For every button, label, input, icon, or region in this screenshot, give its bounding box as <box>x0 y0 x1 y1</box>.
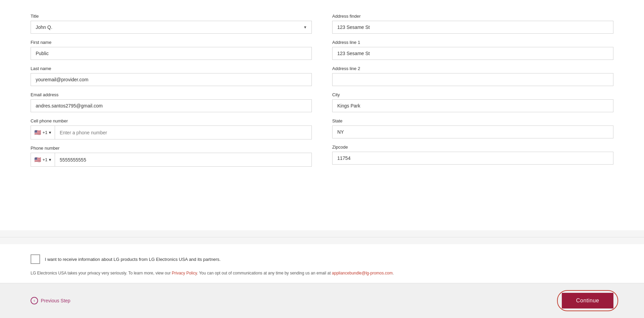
phone-country-code: +1 <box>42 157 48 162</box>
privacy-before: LG Electronics USA takes your privacy ve… <box>31 271 172 275</box>
address1-label: Address line 1 <box>332 40 613 45</box>
firstname-group: First name <box>31 40 312 60</box>
phone-dropdown-arrow: ▾ <box>49 157 51 162</box>
optout-email-link[interactable]: appliancebundle@lg-promos.com <box>332 271 393 275</box>
consent-row: I want to receive information about LG p… <box>31 254 613 264</box>
prev-step-button[interactable]: ‹ Previous Step <box>31 297 70 304</box>
cell-group: Cell phone number 🇺🇸 +1 ▾ <box>31 118 312 139</box>
privacy-after: . You can opt out of communications at a… <box>197 271 332 275</box>
cell-phone-wrapper: 🇺🇸 +1 ▾ <box>31 125 312 139</box>
cell-dropdown-arrow: ▾ <box>49 130 51 135</box>
address2-label: Address line 2 <box>332 66 613 71</box>
consent-label: I want to receive information about LG p… <box>45 257 220 262</box>
form-section: Title John Q.Mr.Mrs.Ms.Dr. First name La… <box>0 0 644 230</box>
footer-bar: ‹ Previous Step Continue <box>0 283 644 318</box>
cell-country-code: +1 <box>42 130 48 135</box>
privacy-text: LG Electronics USA takes your privacy ve… <box>31 270 613 276</box>
phone-flag-icon: 🇺🇸 <box>34 156 41 163</box>
address-finder-label: Address finder <box>332 14 613 19</box>
phone-group: Phone number 🇺🇸 +1 ▾ <box>31 146 312 167</box>
prev-step-label: Previous Step <box>41 298 70 303</box>
prev-step-icon: ‹ <box>31 297 38 304</box>
address2-group: Address line 2 <box>332 66 613 86</box>
cell-flag-icon: 🇺🇸 <box>34 129 41 136</box>
title-select-wrapper: John Q.Mr.Mrs.Ms.Dr. <box>31 21 312 34</box>
lastname-input[interactable] <box>31 73 312 86</box>
privacy-end: . <box>393 271 394 275</box>
zipcode-label: Zipcode <box>332 145 613 150</box>
zipcode-group: Zipcode <box>332 145 613 165</box>
address-finder-input[interactable] <box>332 21 613 34</box>
email-label: Email address <box>31 92 312 97</box>
title-select[interactable]: John Q.Mr.Mrs.Ms.Dr. <box>31 21 312 34</box>
section-divider <box>0 237 644 237</box>
firstname-label: First name <box>31 40 312 45</box>
address2-input[interactable] <box>332 73 613 86</box>
cell-phone-input[interactable] <box>55 127 311 139</box>
continue-button[interactable]: Continue <box>562 293 613 308</box>
email-input[interactable] <box>31 99 312 112</box>
cell-flag-prefix[interactable]: 🇺🇸 +1 ▾ <box>31 126 55 139</box>
state-input[interactable] <box>332 125 613 138</box>
lastname-group: Last name <box>31 66 312 86</box>
phone-input[interactable] <box>55 154 311 166</box>
lastname-label: Last name <box>31 66 312 71</box>
phone-label: Phone number <box>31 146 312 151</box>
city-label: City <box>332 92 613 97</box>
form-columns: Title John Q.Mr.Mrs.Ms.Dr. First name La… <box>31 14 613 173</box>
state-group: State <box>332 118 613 138</box>
consent-checkbox[interactable] <box>31 254 40 264</box>
city-group: City <box>332 92 613 112</box>
address1-input[interactable] <box>332 47 613 60</box>
city-input[interactable] <box>332 99 613 112</box>
consent-section: I want to receive information about LG p… <box>0 244 644 283</box>
title-label: Title <box>31 14 312 19</box>
state-label: State <box>332 118 613 123</box>
phone-flag-prefix[interactable]: 🇺🇸 +1 ▾ <box>31 153 55 166</box>
address-finder-group: Address finder <box>332 14 613 34</box>
right-column: Address finder Address line 1 Address li… <box>332 14 613 173</box>
cell-label: Cell phone number <box>31 118 312 123</box>
phone-wrapper: 🇺🇸 +1 ▾ <box>31 153 312 167</box>
email-group: Email address <box>31 92 312 112</box>
address1-group: Address line 1 <box>332 40 613 60</box>
continue-btn-wrapper: Continue <box>562 293 613 308</box>
privacy-policy-link[interactable]: Privacy Policy <box>172 271 197 275</box>
title-group: Title John Q.Mr.Mrs.Ms.Dr. <box>31 14 312 34</box>
zipcode-input[interactable] <box>332 152 613 165</box>
firstname-input[interactable] <box>31 47 312 60</box>
left-column: Title John Q.Mr.Mrs.Ms.Dr. First name La… <box>31 14 312 173</box>
